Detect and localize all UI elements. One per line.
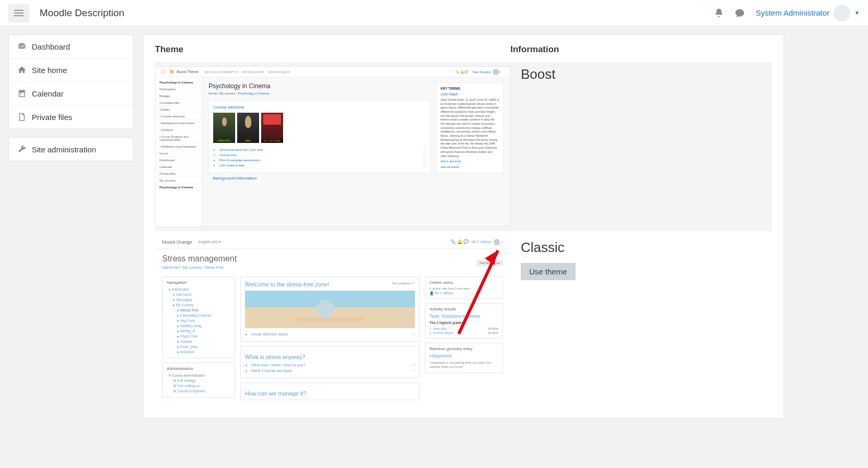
chat-icon[interactable]: [735, 8, 745, 18]
col-header-info: Information: [510, 44, 772, 62]
preview-logo-icon: Ⓜ: [170, 69, 174, 75]
main-content: Theme Information Ⓜ Boost Theme MOODLE C…: [143, 34, 784, 418]
menu-toggle-button[interactable]: [8, 4, 29, 22]
sidebar-block-admin: Site administration: [8, 137, 133, 161]
svg-rect-1: [14, 13, 23, 14]
sidebar-label: Calendar: [32, 89, 64, 98]
col-header-theme: Theme: [155, 44, 510, 62]
boost-preview: Ⓜ Boost Theme MOODLE COMMUNITY ▾ MOODLE.…: [155, 66, 510, 227]
theme-row-classic: Mount Orange English (en) ▾ 🔍 🔔 💬 Mr C W…: [155, 231, 772, 402]
theme-row-boost: Ⓜ Boost Theme MOODLE COMMUNITY ▾ MOODLE.…: [155, 62, 772, 231]
avatar: [834, 5, 850, 21]
caret-down-icon: ▼: [854, 10, 860, 16]
sidebar-item-siteadmin[interactable]: Site administration: [9, 138, 133, 161]
classic-preview: Mount Orange English (en) ▾ 🔍 🔔 💬 Mr C W…: [155, 235, 510, 402]
sidebar-label: Private files: [32, 113, 72, 122]
theme-selector-card: Theme Information Ⓜ Boost Theme MOODLE C…: [143, 34, 784, 418]
home-icon: [17, 65, 27, 75]
sidebar-block-main: Dashboard Site home Calendar Private fil…: [8, 34, 133, 129]
calendar-icon: [17, 89, 27, 98]
wrench-icon: [17, 145, 27, 154]
sidebar-item-calendar[interactable]: Calendar: [9, 82, 133, 105]
top-navbar: Moodle Description System Administrator …: [0, 0, 868, 26]
svg-rect-2: [14, 15, 23, 16]
bell-icon[interactable]: [714, 8, 724, 18]
theme-name-boost: Boost: [521, 66, 772, 82]
nav-drawer: Dashboard Site home Calendar Private fil…: [8, 34, 133, 418]
user-name: System Administrator: [755, 8, 829, 17]
sidebar-label: Dashboard: [32, 42, 70, 51]
hamburger-icon: [14, 8, 23, 18]
user-menu[interactable]: System Administrator ▼: [755, 5, 860, 21]
sidebar-label: Site home: [32, 66, 67, 75]
svg-rect-0: [14, 10, 23, 11]
sidebar-item-dashboard[interactable]: Dashboard: [9, 35, 133, 58]
theme-name-classic: Classic: [521, 239, 772, 256]
theme-selector-table: Theme Information Ⓜ Boost Theme MOODLE C…: [155, 44, 772, 402]
tachometer-icon: [17, 42, 27, 51]
file-icon: [17, 112, 27, 122]
use-theme-button[interactable]: Use theme: [521, 263, 576, 280]
sidebar-item-sitehome[interactable]: Site home: [9, 58, 133, 82]
sidebar-label: Site administration: [32, 145, 96, 154]
sidebar-item-privatefiles[interactable]: Private files: [9, 105, 133, 128]
site-title[interactable]: Moodle Description: [40, 7, 125, 19]
